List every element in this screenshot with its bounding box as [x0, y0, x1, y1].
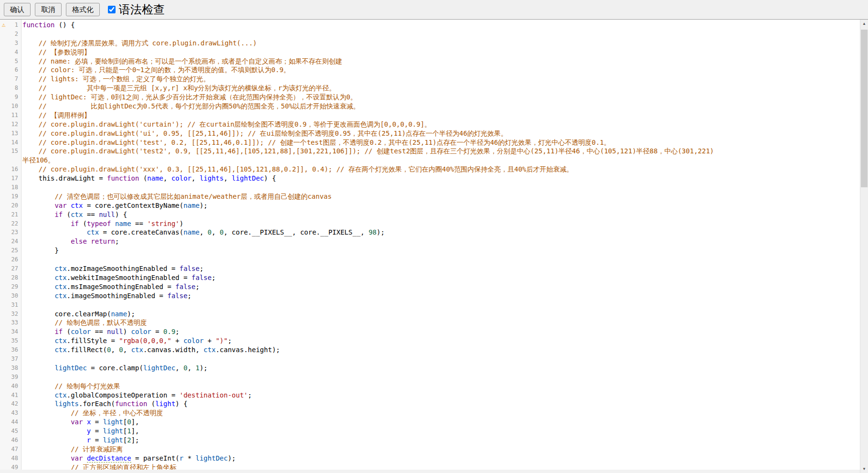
- code-line[interactable]: 26: [0, 255, 860, 264]
- line-number: 2: [0, 30, 21, 39]
- code-line[interactable]: 22 if (typeof name == 'string'): [0, 219, 860, 228]
- code-line[interactable]: 45 y = light[1],: [0, 427, 860, 436]
- code-line[interactable]: 16 // core.plugin.drawLight('xxx', 0.3, …: [0, 165, 860, 174]
- line-number: 20: [0, 201, 21, 210]
- line-number: 11: [0, 111, 21, 120]
- code-area[interactable]: ⚠1function () {23 // 绘制灯光/漆黑层效果。调用方式 cor…: [0, 20, 860, 470]
- code-line[interactable]: 28 ctx.webkitImageSmoothingEnabled = fal…: [0, 273, 860, 282]
- line-number: 16: [0, 165, 21, 174]
- line-number: 22: [0, 219, 21, 228]
- line-number: 28: [0, 273, 21, 282]
- line-number: 39: [0, 373, 21, 382]
- code-line[interactable]: 7 // lights: 可选，一个数组，定义了每个独立的灯光。: [0, 75, 860, 84]
- format-button[interactable]: 格式化: [66, 3, 100, 16]
- code-line[interactable]: 44 var x = light[0],: [0, 418, 860, 427]
- warning-icon: ⚠: [2, 21, 6, 30]
- line-number: 29: [0, 282, 21, 291]
- code-line[interactable]: 11 // 【调用样例】: [0, 111, 860, 120]
- line-number: 4: [0, 48, 21, 57]
- code-line[interactable]: 34 if (color == null) color = 0.9;: [0, 327, 860, 336]
- line-number: 42: [0, 399, 21, 408]
- code-line[interactable]: 15 // core.plugin.drawLight('test2', 0.9…: [0, 147, 860, 156]
- code-line[interactable]: 37: [0, 355, 860, 364]
- code-line[interactable]: 41 ctx.globalCompositeOperation = 'desti…: [0, 391, 860, 400]
- line-number: [0, 156, 21, 165]
- line-number: 38: [0, 364, 21, 373]
- line-number: 5: [0, 57, 21, 66]
- line-number: 37: [0, 355, 21, 364]
- line-number: 36: [0, 345, 21, 355]
- scrollbar-down-icon[interactable]: ▼: [860, 465, 868, 473]
- code-line[interactable]: 31: [0, 301, 860, 310]
- line-number: 9: [0, 93, 21, 102]
- code-line[interactable]: 27 ctx.mozImageSmoothingEnabled = false;: [0, 264, 860, 273]
- code-line[interactable]: 35 ctx.fillStyle = "rgba(0,0,0," + color…: [0, 336, 860, 345]
- code-line[interactable]: 47 // 计算衰减距离: [0, 445, 860, 454]
- code-line[interactable]: 10 // 比如lightDec为0.5代表，每个灯光部分内圈50%的范围全亮，…: [0, 102, 860, 111]
- code-line[interactable]: 32 core.clearMap(name);: [0, 310, 860, 319]
- code-line[interactable]: 29 ctx.msImageSmoothingEnabled = false;: [0, 282, 860, 291]
- line-number: 6: [0, 65, 21, 75]
- code-line[interactable]: 9 // lightDec: 可选，0到1之间，光从多少百分比才开始衰减（在此范…: [0, 93, 860, 102]
- code-line[interactable]: 19 // 清空色调层；也可以修改成其它层比如animate/weather层，…: [0, 192, 860, 201]
- syntax-check-label: 语法检查: [119, 2, 165, 17]
- code-line[interactable]: 48 var decDistance = parseInt(r * lightD…: [0, 454, 860, 463]
- scrollbar-thumb[interactable]: [861, 30, 868, 187]
- code-line[interactable]: 46 r = light[2];: [0, 436, 860, 445]
- syntax-check-checkbox[interactable]: [108, 6, 116, 13]
- code-line[interactable]: 40 // 绘制每个灯光效果: [0, 382, 860, 391]
- code-line[interactable]: 20 var ctx = core.getContextByName(name)…: [0, 201, 860, 210]
- code-line[interactable]: 42 lights.forEach(function (light) {: [0, 399, 860, 408]
- code-line[interactable]: 33 // 绘制色调层，默认不透明度: [0, 318, 860, 327]
- code-line[interactable]: 36 ctx.fillRect(0, 0, ctx.canvas.width, …: [0, 345, 860, 355]
- line-number: ⚠1: [0, 21, 21, 30]
- line-number: 3: [0, 39, 21, 48]
- line-number: 13: [0, 129, 21, 138]
- code-line[interactable]: 49 // 正方形区域的直径和左上角坐标: [0, 463, 860, 470]
- line-number: 17: [0, 174, 21, 183]
- code-line[interactable]: 14 // core.plugin.drawLight('test', 0.2,…: [0, 138, 860, 147]
- line-number: 41: [0, 391, 21, 400]
- code-line[interactable]: 3 // 绘制灯光/漆黑层效果。调用方式 core.plugin.drawLig…: [0, 39, 860, 48]
- code-line[interactable]: 13 // core.plugin.drawLight('ui', 0.95, …: [0, 129, 860, 138]
- code-editor[interactable]: ⚠1function () {23 // 绘制灯光/漆黑层效果。调用方式 cor…: [0, 19, 868, 473]
- horizontal-scrollbar-track[interactable]: [0, 470, 860, 473]
- cancel-button[interactable]: 取消: [35, 3, 62, 16]
- line-number: 15: [0, 147, 21, 156]
- code-line[interactable]: 18: [0, 183, 860, 192]
- code-line[interactable]: 6 // color: 可选，只能是一个0~1之间的数，为不透明度的值。不填则默…: [0, 65, 860, 75]
- line-number: 14: [0, 138, 21, 147]
- code-line[interactable]: 2: [0, 30, 860, 39]
- line-number: 23: [0, 228, 21, 237]
- code-line[interactable]: 12 // core.plugin.drawLight('curtain'); …: [0, 120, 860, 129]
- code-line[interactable]: 23 ctx = core.createCanvas(name, 0, 0, c…: [0, 228, 860, 237]
- code-line[interactable]: 4 // 【参数说明】: [0, 48, 860, 57]
- scrollbar-up-icon[interactable]: ▲: [860, 20, 868, 28]
- line-number: 27: [0, 264, 21, 273]
- code-line[interactable]: 25 }: [0, 246, 860, 255]
- code-line[interactable]: 43 // 坐标，半径，中心不透明度: [0, 408, 860, 418]
- line-number: 49: [0, 463, 21, 470]
- line-number: 40: [0, 382, 21, 391]
- code-line[interactable]: ⚠1function () {: [0, 21, 860, 30]
- editor-toolbar: 确认 取消 格式化 语法检查: [0, 0, 868, 19]
- line-number: 43: [0, 408, 21, 418]
- code-line[interactable]: 24 else return;: [0, 237, 860, 246]
- code-line[interactable]: 39: [0, 373, 860, 382]
- line-number: 47: [0, 445, 21, 454]
- code-line[interactable]: 17 this.drawLight = function (name, colo…: [0, 174, 860, 183]
- line-number: 12: [0, 120, 21, 129]
- code-line[interactable]: 8 // 其中每一项是三元组 [x,y,r] x和y分别为该灯光的横纵坐标，r为…: [0, 84, 860, 93]
- line-number: 25: [0, 246, 21, 255]
- code-line[interactable]: 38 lightDec = core.clamp(lightDec, 0, 1)…: [0, 364, 860, 373]
- line-number: 34: [0, 327, 21, 336]
- vertical-scrollbar[interactable]: ▲ ▼: [860, 20, 868, 473]
- line-number: 8: [0, 84, 21, 93]
- code-line[interactable]: 21 if (ctx == null) {: [0, 210, 860, 219]
- line-number: 30: [0, 291, 21, 301]
- code-line[interactable]: 半径106。: [0, 156, 860, 165]
- confirm-button[interactable]: 确认: [4, 3, 31, 16]
- code-line[interactable]: 5 // name: 必填，要绘制到的画布名；可以是一个系统画布，或者是个自定义…: [0, 57, 860, 66]
- plugin-code-editor-window: { "toolbar": { "confirm_label": "确认", "c…: [0, 0, 868, 473]
- code-line[interactable]: 30 ctx.imageSmoothingEnabled = false;: [0, 291, 860, 301]
